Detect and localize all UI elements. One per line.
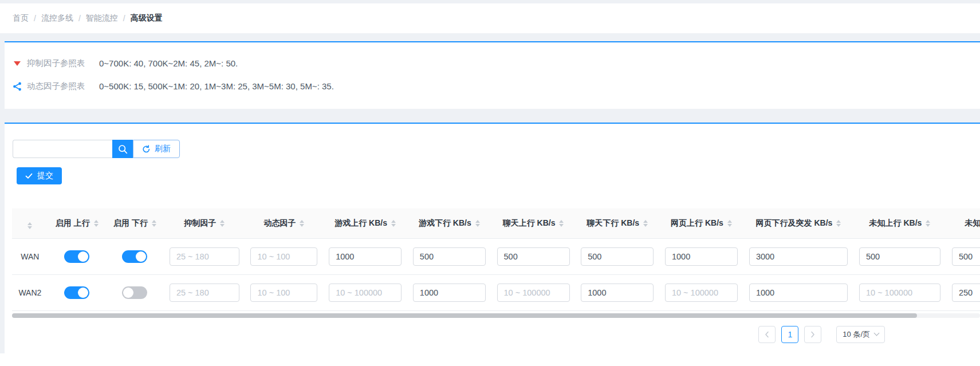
next-page-button[interactable] <box>804 326 821 343</box>
breadcrumb-item-home[interactable]: 首页 <box>13 13 29 23</box>
flow-table: 启用 上行启用 下行抑制因子动态因子游戏上行 KB/s游戏下行 KB/s聊天上行… <box>12 208 980 311</box>
page-size-label: 10 条/页 <box>843 329 870 340</box>
cell-input-4[interactable] <box>497 247 570 266</box>
sort-icon[interactable] <box>926 220 930 227</box>
check-icon <box>25 173 33 179</box>
breadcrumb-item-multiline[interactable]: 流控多线 <box>41 13 73 23</box>
column-header-6[interactable]: 游戏下行 KB/s <box>407 208 491 238</box>
column-label: 未知上行 KB/s <box>869 218 922 229</box>
cell-input-2[interactable] <box>329 284 402 302</box>
column-header-2[interactable]: 启用 下行 <box>106 208 164 238</box>
cell-input-0[interactable] <box>170 284 239 302</box>
sort-icon[interactable] <box>836 220 841 227</box>
column-header-7[interactable]: 聊天上行 KB/s <box>491 208 576 238</box>
table-row-wan2: WAN2 <box>12 274 980 310</box>
cell-input-1[interactable] <box>250 284 317 302</box>
search-button[interactable] <box>112 140 133 158</box>
column-header-3[interactable]: 抑制因子 <box>164 208 245 238</box>
cell-input-8[interactable] <box>859 247 940 266</box>
column-label: 启用 上行 <box>56 218 90 229</box>
page-number-button[interactable]: 1 <box>781 326 798 343</box>
column-header-1[interactable]: 启用 上行 <box>48 208 106 238</box>
cell-input-9[interactable] <box>952 284 980 302</box>
chevron-down-icon <box>874 330 880 336</box>
chevron-right-icon <box>810 331 816 338</box>
cell-input-7[interactable] <box>749 247 848 266</box>
flow-control-card: 刷新 提交 启用 上行启用 下行抑制因子动态因子游戏上行 KB/s游戏下行 KB… <box>5 123 980 353</box>
column-label: 游戏下行 KB/s <box>419 218 471 229</box>
table-container: 启用 上行启用 下行抑制因子动态因子游戏上行 KB/s游戏下行 KB/s聊天上行… <box>5 208 980 311</box>
search-input[interactable] <box>13 140 112 158</box>
toggle-enable-up[interactable] <box>64 286 89 299</box>
cell-input-3[interactable] <box>413 247 486 266</box>
page-size-select[interactable]: 10 条/页 <box>836 326 885 343</box>
column-label: 聊天上行 KB/s <box>503 218 556 229</box>
toggle-enable-down[interactable] <box>122 286 147 299</box>
breadcrumb-separator: / <box>78 14 81 23</box>
column-label: 网页下行及突发 KB/s <box>756 218 833 229</box>
table-header-row: 启用 上行启用 下行抑制因子动态因子游戏上行 KB/s游戏下行 KB/s聊天上行… <box>12 208 980 238</box>
cell-input-0[interactable] <box>170 247 239 266</box>
suppression-factor-row: 抑制因子参照表 0~700K: 40, 700K~2M: 45, 2M~: 50… <box>13 58 980 69</box>
column-label: 未知下行 KB/s <box>965 218 980 229</box>
column-header-9[interactable]: 网页上行 KB/s <box>659 208 743 238</box>
sort-icon[interactable] <box>475 220 480 227</box>
reference-panel: 抑制因子参照表 0~700K: 40, 700K~2M: 45, 2M~: 50… <box>5 41 980 109</box>
sort-icon[interactable] <box>643 220 648 227</box>
toggle-knob <box>136 251 146 262</box>
cell-input-7[interactable] <box>749 284 848 302</box>
toggle-knob <box>78 288 88 298</box>
page: 首页 / 流控多线 / 智能流控 / 高级设置 抑制因子参照表 0~700K: … <box>0 0 980 353</box>
column-header-12[interactable]: 未知下行 KB/s <box>946 208 980 238</box>
scrollbar-thumb[interactable] <box>12 313 917 318</box>
refresh-label: 刷新 <box>155 144 171 154</box>
cell-input-3[interactable] <box>413 284 486 302</box>
column-label: 游戏上行 KB/s <box>334 218 387 229</box>
breadcrumb-item-smart-flow[interactable]: 智能流控 <box>86 13 118 23</box>
cell-input-4[interactable] <box>497 284 570 302</box>
sort-icon[interactable] <box>220 220 225 227</box>
column-header-5[interactable]: 游戏上行 KB/s <box>323 208 407 238</box>
toggle-knob <box>78 251 88 262</box>
column-header-10[interactable]: 网页下行及突发 KB/s <box>743 208 853 238</box>
column-header-0[interactable] <box>12 208 48 238</box>
sort-icon[interactable] <box>727 220 732 227</box>
search-icon <box>118 144 128 154</box>
sort-icon[interactable] <box>27 222 32 229</box>
row-label: WAN2 <box>18 288 41 297</box>
cell-input-6[interactable] <box>665 284 738 302</box>
column-header-4[interactable]: 动态因子 <box>245 208 324 238</box>
column-label: 网页上行 KB/s <box>671 218 723 229</box>
column-header-8[interactable]: 聊天下行 KB/s <box>575 208 659 238</box>
row-label: WAN <box>21 252 39 261</box>
chevron-left-icon <box>764 331 770 338</box>
column-header-11[interactable]: 未知上行 KB/s <box>853 208 946 238</box>
caret-down-icon <box>13 61 22 66</box>
horizontal-scrollbar[interactable] <box>12 313 980 318</box>
cell-input-9[interactable] <box>952 247 980 266</box>
sort-icon[interactable] <box>94 220 99 227</box>
cell-input-6[interactable] <box>665 247 738 266</box>
refresh-button[interactable]: 刷新 <box>133 140 180 158</box>
sort-icon[interactable] <box>300 220 304 227</box>
prev-page-button[interactable] <box>758 326 776 343</box>
dynamic-factor-value: 0~500K: 15, 500K~1M: 20, 1M~3M: 25, 3M~5… <box>99 81 334 91</box>
column-label: 聊天下行 KB/s <box>587 218 639 229</box>
breadcrumb-separator: / <box>123 14 125 23</box>
dynamic-factor-label: 动态因子参照表 <box>27 81 85 92</box>
cell-input-2[interactable] <box>329 247 402 266</box>
cell-input-5[interactable] <box>581 247 654 266</box>
table-row-wan: WAN <box>12 238 980 274</box>
suppression-factor-label: 抑制因子参照表 <box>27 58 85 69</box>
cell-input-8[interactable] <box>859 284 940 302</box>
submit-button[interactable]: 提交 <box>17 167 62 184</box>
sort-icon[interactable] <box>559 220 564 227</box>
pagination: 1 10 条/页 <box>5 326 980 343</box>
cell-input-5[interactable] <box>581 284 654 302</box>
toggle-enable-down[interactable] <box>122 250 147 263</box>
sort-icon[interactable] <box>152 220 156 227</box>
sort-icon[interactable] <box>391 220 396 227</box>
cell-input-1[interactable] <box>250 247 317 266</box>
toggle-enable-up[interactable] <box>64 250 89 263</box>
column-label: 启用 下行 <box>113 218 148 229</box>
